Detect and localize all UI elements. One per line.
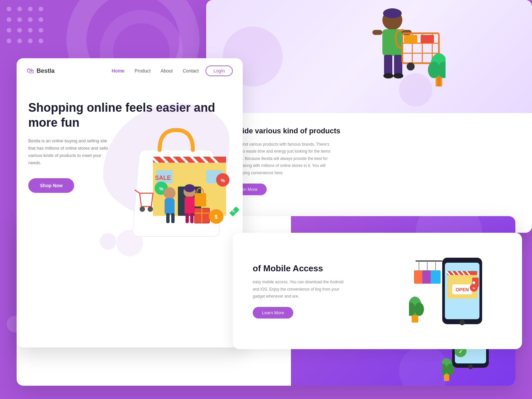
- mobile-title: of Mobile Access: [253, 263, 396, 274]
- svg-rect-20: [437, 75, 441, 86]
- svg-rect-44: [195, 193, 206, 206]
- svg-rect-48: [171, 213, 175, 223]
- svg-rect-51: [185, 197, 195, 215]
- svg-point-98: [468, 364, 473, 369]
- svg-rect-46: [165, 198, 175, 215]
- bg-dots: [7, 7, 43, 49]
- svg-rect-2: [382, 29, 402, 56]
- shop-now-button[interactable]: Shop Now: [28, 178, 74, 193]
- cart-illustration: [346, 0, 462, 110]
- svg-point-36: [140, 206, 145, 212]
- products-feature: Provide various kind of products You can…: [206, 113, 532, 208]
- svg-rect-5: [384, 55, 392, 75]
- logo-text: Bestla: [37, 67, 55, 74]
- nav-home[interactable]: Home: [112, 68, 125, 73]
- svg-text:✓: ✓: [459, 349, 463, 354]
- nav-about[interactable]: About: [161, 68, 173, 73]
- svg-text:%: %: [473, 282, 475, 285]
- purple-blob-2: [399, 346, 449, 386]
- mobile-access-card: of Mobile Access easy mobile access. You…: [233, 233, 522, 349]
- svg-text:SALE: SALE: [155, 175, 171, 181]
- hero-description: Bestla is an online buying and selling s…: [28, 137, 115, 167]
- right-card: Provide various kind of products You can…: [206, 0, 532, 233]
- svg-point-7: [383, 73, 393, 78]
- svg-text:%: %: [221, 178, 225, 183]
- svg-rect-47: [166, 213, 170, 223]
- svg-text:$: $: [215, 214, 218, 220]
- svg-text:%: %: [472, 287, 475, 290]
- svg-point-45: [164, 187, 176, 199]
- mobile-desc: easy mobile access. You can download the…: [253, 279, 346, 300]
- svg-rect-18: [421, 35, 434, 43]
- svg-point-77: [415, 303, 424, 316]
- logo-icon: 🛍: [27, 66, 34, 75]
- svg-point-37: [148, 206, 153, 212]
- hero-section: Shopping online feels easier and more fu…: [17, 83, 243, 283]
- svg-point-1: [383, 8, 402, 18]
- products-title: Provide various kind of products: [226, 126, 512, 136]
- svg-rect-3: [372, 30, 382, 35]
- store-illustration: SALE % % $: [113, 90, 243, 263]
- login-button[interactable]: Login: [205, 66, 233, 76]
- nav-contact[interactable]: Contact: [183, 68, 199, 73]
- svg-rect-53: [190, 213, 194, 223]
- svg-rect-70: [431, 270, 441, 284]
- navbar: 🛍 Bestla Home Product About Contact Logi…: [17, 58, 243, 83]
- svg-rect-52: [186, 213, 189, 223]
- nav-product[interactable]: Product: [135, 68, 151, 73]
- svg-text:%: %: [232, 209, 235, 213]
- svg-rect-6: [394, 55, 402, 75]
- left-card: 🛍 Bestla Home Product About Contact Logi…: [17, 58, 243, 347]
- nav-links: Home Product About Contact: [112, 68, 199, 73]
- mobile-cta-button[interactable]: Learn More: [253, 307, 293, 319]
- svg-point-8: [393, 73, 403, 78]
- clothing-rack-illustration: OPEN % %: [409, 244, 502, 337]
- svg-text:OPEN: OPEN: [456, 287, 469, 292]
- svg-point-50: [184, 184, 195, 192]
- svg-rect-17: [404, 35, 417, 43]
- svg-point-15: [407, 63, 415, 70]
- right-card-hero: [206, 0, 532, 113]
- svg-point-104: [446, 364, 454, 375]
- mobile-access-text: of Mobile Access easy mobile access. You…: [253, 263, 396, 319]
- svg-text:%: %: [159, 186, 164, 192]
- logo: 🛍 Bestla: [27, 66, 55, 75]
- svg-point-63: [460, 320, 465, 325]
